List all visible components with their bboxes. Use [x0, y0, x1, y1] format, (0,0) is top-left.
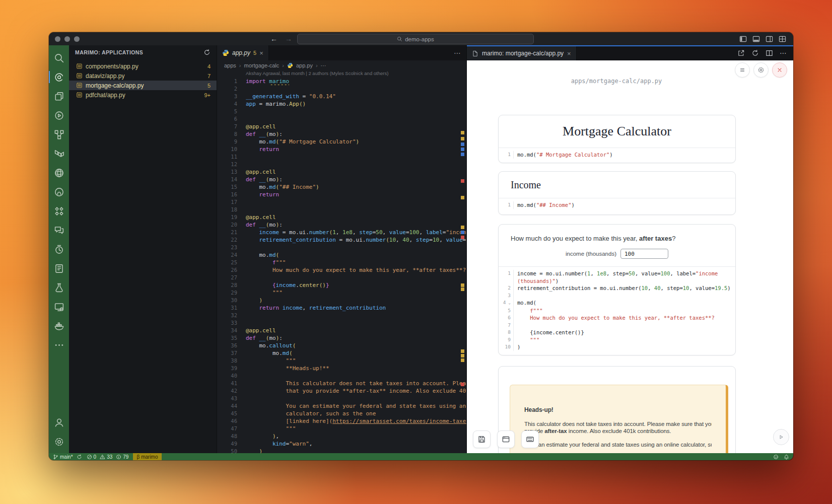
traffic-lights[interactable] [49, 36, 80, 42]
line-number: 35 [217, 334, 246, 342]
nav-forward-button[interactable]: → [285, 35, 292, 43]
file-row[interactable]: mortgage-calc/app.py5 [69, 81, 217, 90]
activity-remote[interactable] [49, 297, 69, 316]
panel-right-icon[interactable] [766, 35, 773, 43]
activity-symbols[interactable] [49, 125, 69, 144]
code-line: 5 f""" [499, 307, 735, 315]
menu-button[interactable] [735, 62, 750, 78]
play-icon [778, 434, 785, 441]
code-editor[interactable]: 1import marimo23__generated_with = "0.0.… [217, 77, 466, 453]
save-button[interactable] [473, 430, 491, 448]
tab-marimo-preview[interactable]: marimo: mortgage-calc/app.py × [467, 46, 577, 60]
line-number: 47 [217, 425, 246, 433]
line-number: 1 [499, 201, 514, 209]
breadcrumb-item[interactable]: ⋯ [321, 62, 326, 69]
activity-watch[interactable] [49, 240, 69, 259]
more-actions-icon[interactable]: ⋯ [780, 49, 787, 57]
code-line: 28 {income.center()} [217, 281, 466, 289]
tab-label: app.py [232, 49, 250, 56]
activity-settings[interactable] [49, 432, 69, 451]
info-icon [116, 454, 121, 460]
run-button[interactable] [773, 429, 789, 445]
tab-badge: 5 [253, 50, 256, 56]
layout-grid-icon[interactable] [779, 35, 786, 43]
chevron-down-icon[interactable]: ⌄ [506, 301, 511, 305]
file-row[interactable]: dataviz/app.py7 [69, 71, 217, 81]
shutdown-button[interactable] [772, 62, 787, 78]
file-row[interactable]: components/app.py4 [69, 61, 217, 71]
line-number: 2 [217, 85, 246, 93]
open-external-icon[interactable] [737, 49, 745, 57]
panel-bottom-icon[interactable] [752, 35, 760, 43]
split-editor-icon[interactable] [766, 49, 773, 57]
close-window-button[interactable] [55, 36, 60, 42]
line-number: 3 [499, 292, 514, 300]
code-line: 5 [217, 108, 466, 115]
code-line: 25 f""" [217, 259, 466, 266]
marimo-file-icon [76, 63, 83, 69]
refresh-icon[interactable] [203, 49, 211, 56]
code-line: 2retirement_contribution = mo.ui.number(… [499, 284, 735, 292]
settings-button[interactable] [753, 62, 769, 78]
activity-search[interactable] [49, 48, 69, 67]
file-count-badge: 4 [207, 63, 211, 69]
activity-files[interactable] [49, 87, 69, 106]
activity-github[interactable] [49, 182, 69, 201]
git-branch-status[interactable]: main* [53, 454, 82, 460]
close-icon[interactable]: × [567, 50, 571, 57]
warning-icon [100, 454, 105, 460]
activity-comments[interactable] [49, 221, 69, 240]
marimo-extension-status[interactable]: β marimo [133, 453, 161, 460]
panel-left-icon[interactable] [739, 35, 747, 43]
editor-actions-more[interactable]: ⋯ [454, 49, 466, 57]
zoom-window-button[interactable] [74, 36, 80, 42]
keyboard-shortcuts-button[interactable] [521, 430, 539, 448]
file-row[interactable]: pdfchat/app.py9+ [69, 90, 217, 100]
activity-docker[interactable] [49, 316, 69, 335]
marimo-webview: apps/mortgage-calc/app.py Mortgage Calcu… [467, 60, 793, 453]
activity-marimo[interactable] [49, 67, 69, 87]
refresh-icon[interactable] [751, 49, 759, 57]
line-number: 7 [499, 322, 514, 329]
code-line: 4app = marimo.App() [217, 100, 466, 108]
breadcrumb-separator: › [282, 62, 284, 68]
breadcrumb-item[interactable]: apps [224, 62, 236, 68]
code-line: 10) [499, 343, 735, 351]
code-line: 37 mo.md( [217, 349, 466, 357]
activity-test[interactable] [49, 278, 69, 297]
code-line: 1import marimo [217, 78, 466, 85]
line-number: 19 [217, 213, 246, 221]
cell-code[interactable]: 1mo.md("# Mortgage Calculator") [499, 148, 735, 161]
activity-run-profile[interactable] [49, 106, 69, 125]
activity-more[interactable] [49, 335, 69, 354]
command-center-search[interactable]: demo-apps [297, 34, 534, 44]
code-line: 1income = mo.ui.number(1, 1e8, step=50, … [499, 270, 735, 277]
line-number: 48 [217, 433, 246, 440]
activity-notebook[interactable] [49, 259, 69, 278]
notifications-bell-icon[interactable] [784, 454, 789, 460]
breadcrumb[interactable]: apps›mortgage-calc›app.py›⋯ [217, 60, 466, 70]
line-number: 10 [499, 343, 514, 351]
code-line: 43 [217, 395, 466, 402]
activity-terraform[interactable] [49, 144, 69, 163]
tab-app-py[interactable]: app.py 5 × [217, 45, 269, 60]
breadcrumb-item[interactable]: mortgage-calc [244, 62, 280, 68]
layout-controls [739, 32, 786, 45]
line-number: 39 [217, 365, 246, 372]
activity-account[interactable] [49, 413, 69, 432]
problems-status[interactable]: 0 33 79 [87, 454, 129, 460]
minimize-window-button[interactable] [64, 36, 70, 42]
nav-back-button[interactable]: ← [270, 35, 278, 43]
income-input[interactable] [620, 249, 668, 259]
overview-ruler[interactable] [459, 77, 466, 453]
feedback-smiley-icon[interactable] [773, 454, 779, 460]
open-window-button[interactable] [497, 430, 515, 448]
marimo-icon [54, 72, 64, 83]
activity-pipelines[interactable] [49, 201, 69, 221]
close-icon[interactable]: × [259, 49, 263, 57]
breadcrumb-item[interactable]: app.py [296, 62, 313, 68]
cell-code[interactable]: 1mo.md("## Income") [499, 198, 735, 211]
cell-code[interactable]: 1income = mo.ui.number(1, 1e8, step=50, … [499, 266, 735, 353]
code-line: 15 mo.md("## Income") [217, 183, 466, 191]
activity-sphere[interactable] [49, 163, 69, 182]
